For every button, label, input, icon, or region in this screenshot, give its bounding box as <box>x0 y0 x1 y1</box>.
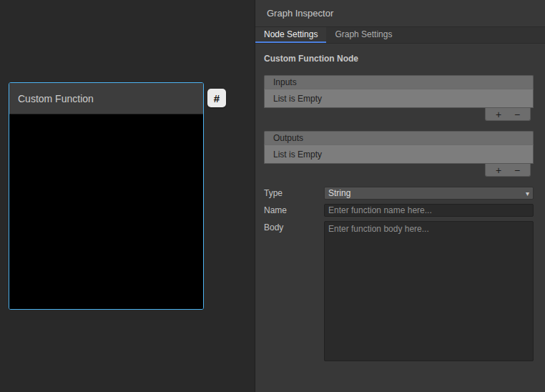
add-input-button[interactable]: + <box>493 109 504 119</box>
name-field-row: Name <box>264 204 534 217</box>
inputs-list-header: Inputs <box>264 75 534 89</box>
name-label: Name <box>264 204 324 217</box>
outputs-list: Outputs List is Empty + − <box>264 131 534 177</box>
graph-inspector-panel: Graph Inspector Node Settings Graph Sett… <box>255 0 545 392</box>
inputs-list-footer: + − <box>264 108 534 121</box>
inspector-tab-bar: Node Settings Graph Settings <box>255 27 545 44</box>
inspector-content: Custom Function Node Inputs List is Empt… <box>255 44 545 361</box>
hash-badge-icon[interactable]: # <box>207 89 226 107</box>
body-label: Body <box>264 221 324 234</box>
node-title: Custom Function <box>18 93 94 104</box>
graph-canvas[interactable]: Custom Function # <box>0 0 255 392</box>
inspector-header: Graph Inspector <box>255 0 545 27</box>
inspector-title: Graph Inspector <box>267 8 333 19</box>
tab-node-settings[interactable]: Node Settings <box>255 27 326 43</box>
outputs-footer-box: + − <box>485 164 531 177</box>
node-header[interactable]: Custom Function <box>9 83 203 114</box>
inputs-list: Inputs List is Empty + − <box>264 75 534 121</box>
outputs-list-footer: + − <box>264 164 534 177</box>
type-label: Type <box>264 187 324 200</box>
function-name-input[interactable] <box>324 204 534 217</box>
node-section-title: Custom Function Node <box>264 54 534 64</box>
inputs-footer-box: + − <box>485 108 531 121</box>
type-dropdown-value: String <box>328 188 350 198</box>
add-output-button[interactable]: + <box>493 165 504 175</box>
remove-output-button[interactable]: − <box>511 165 523 175</box>
tab-graph-settings[interactable]: Graph Settings <box>326 27 401 43</box>
custom-function-node[interactable]: Custom Function <box>9 82 204 310</box>
type-field-row: Type String ▾ <box>264 187 534 200</box>
function-body-input[interactable] <box>324 221 534 361</box>
node-body <box>9 114 203 309</box>
type-dropdown[interactable]: String ▾ <box>324 187 534 200</box>
dropdown-arrow-icon: ▾ <box>526 190 529 197</box>
body-field-row: Body <box>264 221 534 361</box>
outputs-list-header: Outputs <box>264 131 534 144</box>
inputs-empty-row: List is Empty <box>264 89 534 108</box>
outputs-empty-row: List is Empty <box>264 144 534 164</box>
remove-input-button[interactable]: − <box>511 109 523 119</box>
